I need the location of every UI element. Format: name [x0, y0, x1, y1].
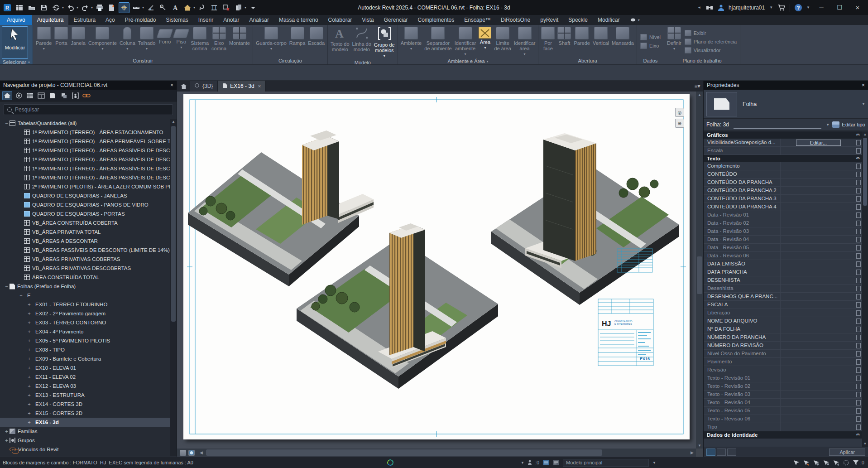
property-value[interactable]: [781, 391, 856, 398]
collapse-search-icon[interactable]: ◄: [697, 5, 701, 10]
property-mini-button[interactable]: [856, 245, 861, 251]
property-mini-button[interactable]: [856, 351, 861, 357]
browser-search-box[interactable]: [4, 104, 173, 115]
tree-item[interactable]: Vínculos do Revit: [0, 445, 170, 454]
paste-icon[interactable]: [233, 2, 244, 13]
copy-monitor-icon[interactable]: [221, 2, 232, 13]
active-workset-select[interactable]: Modelo principal: [563, 459, 649, 467]
property-mini-button[interactable]: [856, 392, 861, 397]
property-value[interactable]: [781, 317, 856, 325]
property-mini-button[interactable]: [856, 237, 861, 242]
tree-item[interactable]: 2º PAVIMENTO (PILOTIS) - ÁREA LAZER COMU…: [0, 182, 170, 191]
expand-icon[interactable]: +: [26, 356, 32, 362]
tab-colaborar[interactable]: Colaborar: [323, 15, 357, 25]
button-ambiente[interactable]: Ambiente▾: [399, 26, 423, 58]
browser-families-icon[interactable]: [59, 91, 69, 100]
view-scale-icon[interactable]: [180, 450, 186, 456]
redo-icon[interactable]: [80, 2, 91, 13]
scroll-right-icon[interactable]: ▶: [688, 450, 696, 455]
browser-schedules-icon[interactable]: [25, 91, 35, 100]
tab-anotar[interactable]: Anotar: [218, 15, 244, 25]
button-n-vel[interactable]: Nível: [638, 34, 662, 41]
property-mini-button[interactable]: [856, 408, 861, 414]
property-mini-button[interactable]: [856, 416, 861, 422]
button-shaft[interactable]: Shaft: [556, 26, 572, 57]
property-value[interactable]: [781, 285, 856, 292]
tree-item[interactable]: VB_ÁREAS PRIVATIVAS COBERTAS: [0, 255, 170, 264]
button-identificar-rea[interactable]: Identificar área▾: [513, 26, 537, 58]
property-value[interactable]: [781, 179, 856, 186]
print-icon[interactable]: [94, 2, 105, 13]
tree-item[interactable]: +EX13 - ESTRUTURA: [0, 391, 170, 400]
view-tab-close-icon[interactable]: ×: [258, 83, 261, 89]
expand-icon[interactable]: +: [26, 338, 32, 343]
property-value[interactable]: [781, 252, 856, 260]
button-montante[interactable]: Montante: [228, 26, 251, 57]
expand-icon[interactable]: +: [26, 329, 32, 334]
property-value[interactable]: [781, 203, 856, 211]
panel-label-abertura[interactable]: Abertura: [538, 57, 636, 64]
button-visualizador[interactable]: Visualizador: [683, 47, 739, 54]
home-caret-icon[interactable]: ▾: [193, 5, 195, 10]
tree-item[interactable]: QUADRO DE ESQUADRIAS - PANOS DE VIDRO: [0, 200, 170, 209]
button-identificar-ambiente[interactable]: Identificar ambiente▾: [453, 26, 478, 58]
tree-item[interactable]: QUADRO DE ESQUADRIAS - PORTAS: [0, 209, 170, 218]
button-forro[interactable]: Forro: [157, 26, 173, 57]
tree-item[interactable]: +EX15 - CORTES 2D: [0, 409, 170, 418]
sheet-canvas[interactable]: HJ ARQUITETURA E INTERIORES EX16 ◎ ⊕: [177, 92, 696, 449]
property-value[interactable]: [781, 325, 856, 333]
button-limite-de-rea[interactable]: Limite de área: [493, 26, 512, 58]
button-porta[interactable]: Porta: [53, 26, 69, 57]
tree-item[interactable]: VB_ÁREAS PRIVATIVAS DESCOBERTAS: [0, 264, 170, 273]
property-mini-button[interactable]: [856, 318, 861, 324]
tree-item[interactable]: +EX04 - 4º Pavimento: [0, 327, 170, 336]
button-telhado[interactable]: Telhado▾: [137, 26, 157, 57]
tree-item[interactable]: VB_ÁREA PRIVATIVA TOTAL: [0, 227, 170, 236]
property-value[interactable]: [781, 211, 856, 219]
save-icon[interactable]: [38, 2, 49, 13]
browser-groups-icon[interactable]: [70, 91, 80, 100]
tree-item[interactable]: +EX03 - TÉRREO CONTORNO: [0, 318, 170, 327]
expand-icon[interactable]: +: [26, 347, 32, 352]
scroll-down-icon[interactable]: ▼: [698, 442, 701, 449]
tree-item[interactable]: 1º PAVIMENTO (TÉRREO) - ÁREA PERMEÁVEL S…: [0, 137, 170, 146]
expand-icon[interactable]: +: [26, 365, 32, 371]
expand-icon[interactable]: +: [26, 320, 32, 325]
tree-item[interactable]: VB_ÁREAS PASSÍVEIS DE DESCONTO (LIMITE D…: [0, 246, 170, 255]
property-value[interactable]: [781, 293, 856, 300]
property-mini-button[interactable]: [856, 270, 861, 275]
expand-icon[interactable]: +: [4, 438, 10, 443]
property-value[interactable]: [781, 147, 856, 154]
home-icon[interactable]: [182, 2, 193, 13]
editing-requests[interactable]: :0: [528, 460, 539, 465]
property-mini-button[interactable]: [856, 148, 861, 154]
tree-item[interactable]: +EX02 - 2º Pavimento garagem: [0, 309, 170, 318]
property-value[interactable]: [781, 309, 856, 317]
property-value[interactable]: [781, 399, 856, 406]
worksets-dialog-icon[interactable]: [543, 460, 549, 465]
panel-label-construir[interactable]: Construir: [33, 57, 253, 64]
button-piso[interactable]: Piso▾: [173, 26, 189, 57]
tree-item[interactable]: +EX05 - 5º PAVIMENTO PILOTIS: [0, 336, 170, 345]
button-guarda-corpo[interactable]: Guarda-corpo▾: [254, 26, 288, 57]
tab-pr-moldado[interactable]: Pré-moldado: [120, 15, 161, 25]
property-mini-button[interactable]: [856, 425, 861, 430]
tag-icon[interactable]: 1: [158, 2, 168, 13]
tree-item[interactable]: +Grupos: [0, 436, 170, 445]
angle-icon[interactable]: [145, 2, 156, 13]
paste-caret-icon[interactable]: ▾: [245, 5, 246, 10]
panel-label-plano-de-trabalho[interactable]: Plano de trabalho: [664, 57, 740, 64]
property-value[interactable]: [781, 276, 856, 284]
property-mini-button[interactable]: [856, 212, 861, 218]
open-icon[interactable]: [26, 2, 37, 13]
button-plano-de-refer-ncia[interactable]: Plano de referência: [683, 38, 739, 45]
tree-item[interactable]: 1º PAVIMENTO (TÉRREO) - ÁREAS PASSÍVEIS …: [0, 164, 170, 173]
customize-icon[interactable]: [248, 2, 259, 13]
view-tab-list-icon[interactable]: ≡▾: [691, 81, 703, 92]
scroll-up-icon[interactable]: ▲: [698, 92, 701, 98]
tree-item[interactable]: 1º PAVIMENTO (TÉRREO) - ÁREAS PASSÍVEIS …: [0, 146, 170, 155]
tab-arquivo[interactable]: Arquivo: [0, 15, 32, 25]
export-icon[interactable]: [106, 2, 117, 13]
measure-caret-icon[interactable]: ▾: [142, 5, 144, 10]
tree-item[interactable]: +EX10 - ELEVA 01: [0, 363, 170, 372]
